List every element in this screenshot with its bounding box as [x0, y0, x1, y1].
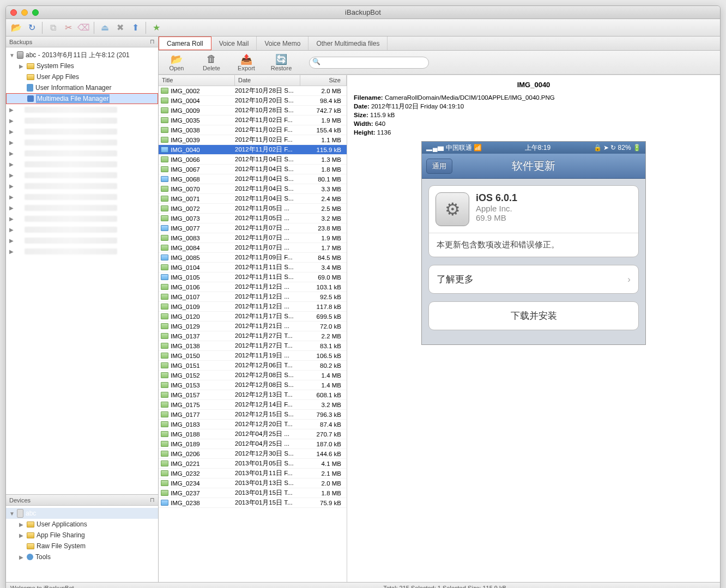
file-row[interactable]: IMG_00402012年11月02日 F...115.9 kB [159, 145, 347, 155]
file-row[interactable]: IMG_01572012年12月13日 T...608.1 kB [159, 390, 347, 400]
tree-item[interactable]: User Information Manager [6, 82, 158, 93]
tree-ghost[interactable] [6, 246, 158, 257]
file-row[interactable]: IMG_00022012年10月28日 S...2.0 MB [159, 86, 347, 96]
devices-label: Devices [9, 497, 31, 504]
file-row[interactable]: IMG_01522012年12月08日 S...1.4 MB [159, 371, 347, 380]
file-row[interactable]: IMG_00842012年11月07日 ...1.7 MB [159, 243, 347, 253]
file-row[interactable]: IMG_00772012年11月07日 ...23.8 MB [159, 223, 347, 233]
file-row[interactable]: IMG_00382012年11月02日 F...155.4 kB [159, 125, 347, 135]
device-root[interactable]: abc [6, 508, 158, 519]
file-row[interactable]: IMG_00722012年11月05日 ...2.5 MB [159, 204, 347, 214]
tree-item[interactable]: Raw File System [6, 541, 158, 551]
col-date[interactable]: Date [235, 75, 300, 86]
file-row[interactable]: IMG_00682012年11月04日 S...80.1 MB [159, 174, 347, 184]
tree-item[interactable]: User Applications [6, 519, 158, 530]
file-row[interactable]: IMG_01042012年11月11日 S...3.4 MB [159, 263, 347, 272]
tree-item[interactable]: App File Sharing [6, 530, 158, 541]
tab-camera-roll[interactable]: Camera Roll [159, 37, 211, 50]
col-title[interactable]: Title [159, 75, 235, 86]
image-icon [161, 372, 168, 378]
file-row[interactable]: IMG_01882012年04月25日 ...270.7 kB [159, 429, 347, 439]
file-row[interactable]: IMG_01062012年11月12日 ...103.1 kB [159, 282, 347, 292]
file-row[interactable]: IMG_01512012年12月06日 T...80.2 kB [159, 361, 347, 371]
file-row[interactable]: IMG_01752012年12月14日 F...3.2 MB [159, 400, 347, 410]
file-row[interactable]: IMG_01292012年11月21日 ...72.0 kB [159, 322, 347, 331]
tree-ghost[interactable] [6, 159, 158, 169]
file-row[interactable]: IMG_02212013年01月05日 S...4.1 MB [159, 459, 347, 469]
tree-ghost[interactable] [6, 224, 158, 235]
file-row[interactable]: IMG_00832012年11月07日 ...1.9 MB [159, 233, 347, 243]
file-size: 80.2 kB [300, 362, 347, 369]
file-row[interactable]: IMG_01372012年11月27日 T...2.2 MB [159, 331, 347, 341]
file-row[interactable]: IMG_01532012年12月08日 S...1.4 MB [159, 380, 347, 390]
upload-icon[interactable]: ⬆ [129, 22, 141, 34]
file-row[interactable]: IMG_02372013年01月15日 T...1.8 MB [159, 488, 347, 498]
file-row[interactable]: IMG_01202012年11月17日 S...699.5 kB [159, 312, 347, 322]
tools-icon[interactable]: ✖ [114, 22, 126, 34]
pin-icon[interactable]: ⊓ [150, 496, 155, 504]
tree-ghost[interactable] [6, 180, 158, 191]
file-row[interactable]: IMG_01382012年11月27日 T...83.1 kB [159, 341, 347, 351]
restore-button[interactable]: 🔄Restore [269, 53, 294, 71]
pin-icon[interactable]: ⊓ [150, 38, 155, 45]
tree-ghost[interactable] [6, 115, 158, 126]
erase-icon[interactable]: ⌫ [77, 22, 89, 34]
eject-icon[interactable]: ⏏ [99, 22, 111, 34]
file-row[interactable]: IMG_00042012年10月20日 S...98.4 kB [159, 96, 347, 106]
tree-item[interactable]: Tools [6, 551, 158, 562]
tree-ghost[interactable] [6, 137, 158, 148]
file-row[interactable]: IMG_01832012年12月20日 T...87.4 kB [159, 420, 347, 429]
tree-root[interactable]: abc - 2013年6月11日 上午8:12 (201 [6, 50, 158, 60]
file-row[interactable]: IMG_01772012年12月15日 S...796.3 kB [159, 410, 347, 420]
open-button[interactable]: 📂Open [164, 53, 189, 71]
tab-other-multimedia[interactable]: Other Multimedia files [308, 37, 388, 50]
search-input[interactable] [309, 57, 429, 69]
file-title: IMG_0105 [171, 274, 235, 281]
file-row[interactable]: IMG_00702012年11月04日 S...3.3 MB [159, 184, 347, 194]
file-row[interactable]: IMG_01502012年11月19日 ...106.5 kB [159, 351, 347, 361]
tree-ghost[interactable] [6, 126, 158, 137]
tree-item-multimedia[interactable]: Multimedia File Manager [6, 93, 158, 104]
file-row[interactable]: IMG_02062012年12月30日 S...144.6 kB [159, 449, 347, 459]
tab-voice-mail[interactable]: Voice Mail [211, 37, 257, 50]
tree-ghost[interactable] [6, 202, 158, 213]
file-row[interactable]: IMG_02322013年01月11日 F...2.1 MB [159, 469, 347, 478]
tree-ghost[interactable] [6, 213, 158, 224]
file-row[interactable]: IMG_00092012年10月28日 S...742.7 kB [159, 106, 347, 116]
file-title: IMG_0067 [171, 166, 235, 173]
file-row[interactable]: IMG_01892012年04月25日 ...187.0 kB [159, 439, 347, 449]
file-row[interactable]: IMG_00672012年11月04日 S...1.8 MB [159, 165, 347, 174]
delete-button[interactable]: 🗑Delete [199, 53, 224, 71]
open-folder-icon[interactable]: 📂 [10, 22, 22, 34]
file-row[interactable]: IMG_02342013年01月13日 S...2.0 MB [159, 478, 347, 488]
tree-item[interactable]: System Files [6, 60, 158, 71]
tree-ghost[interactable] [6, 148, 158, 159]
copy-icon[interactable]: ⧉ [47, 22, 59, 34]
file-row[interactable]: IMG_02382013年01月15日 T...75.9 kB [159, 498, 347, 508]
file-row[interactable]: IMG_00392012年11月02日 F...1.1 MB [159, 135, 347, 145]
tree-ghost[interactable] [6, 169, 158, 180]
cut-icon[interactable]: ✂ [62, 22, 74, 34]
tree-ghost[interactable] [6, 235, 158, 246]
file-list[interactable]: IMG_00022012年10月28日 S...2.0 MBIMG_000420… [159, 86, 347, 582]
update-vendor: Apple Inc. [476, 204, 517, 213]
file-row[interactable]: IMG_00712012年11月04日 S...2.4 MB [159, 194, 347, 204]
tree-ghost[interactable] [6, 191, 158, 202]
file-title: IMG_0066 [171, 156, 235, 163]
tree-item[interactable]: User App Files [6, 71, 158, 82]
file-row[interactable]: IMG_00852012年11月09日 F...84.5 MB [159, 253, 347, 263]
file-row[interactable]: IMG_01052012年11月11日 S...69.0 MB [159, 272, 347, 282]
file-row[interactable]: IMG_00662012年11月04日 S...1.3 MB [159, 155, 347, 165]
tree-ghost[interactable] [6, 104, 158, 115]
col-size[interactable]: Size [300, 75, 347, 86]
file-row[interactable]: IMG_00352012年11月02日 F...1.9 MB [159, 116, 347, 125]
tab-voice-memo[interactable]: Voice Memo [257, 37, 308, 50]
star-icon[interactable]: ★ [150, 22, 162, 34]
export-button[interactable]: 📤Export [234, 53, 259, 71]
file-row[interactable]: IMG_01072012年11月12日 ...92.5 kB [159, 292, 347, 302]
file-row[interactable]: IMG_00732012年11月05日 ...3.2 MB [159, 214, 347, 223]
user-icon [27, 84, 33, 92]
file-row[interactable]: IMG_01092012年11月12日 ...117.8 kB [159, 302, 347, 312]
refresh-icon[interactable]: ↻ [26, 22, 38, 34]
status-bar: Welcome to iBackupBot Total: 215 Selecte… [6, 582, 720, 588]
